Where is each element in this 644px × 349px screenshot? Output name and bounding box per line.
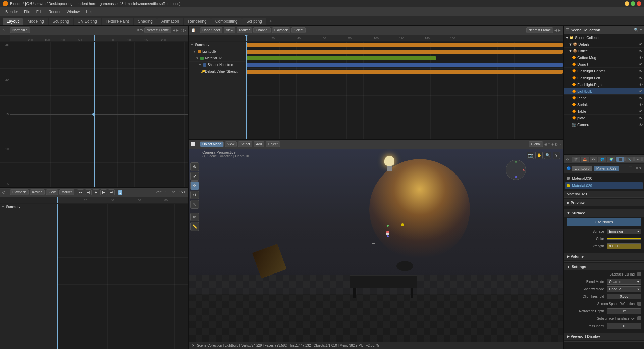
viewport-display-header[interactable]: ▶ Viewport Display bbox=[564, 333, 644, 340]
end-frame[interactable]: 150 bbox=[178, 190, 186, 194]
add-workspace-button[interactable]: + bbox=[267, 17, 275, 25]
ds-playback-btn[interactable]: Playback bbox=[272, 27, 290, 33]
use-nodes-btn[interactable]: Use Nodes bbox=[567, 218, 641, 226]
output-props-icon[interactable]: 📤 bbox=[581, 157, 589, 162]
tab-shading[interactable]: Shading bbox=[134, 18, 157, 25]
outliner-flashlight-left[interactable]: 🔶 Flashlight.Left 👁 bbox=[564, 74, 644, 81]
measure-tool-btn[interactable]: 📏 bbox=[190, 222, 199, 231]
vp-view-btn[interactable]: View bbox=[225, 141, 237, 147]
menu-help[interactable]: Help bbox=[83, 9, 96, 14]
tab-layout[interactable]: Layout bbox=[3, 18, 23, 25]
flashlight-left-eye[interactable]: 👁 bbox=[639, 76, 643, 80]
menu-render[interactable]: Render bbox=[46, 9, 63, 14]
ds-channel-btn[interactable]: Channel bbox=[253, 27, 270, 33]
donut-eye[interactable]: 👁 bbox=[639, 62, 643, 66]
object-name-badge[interactable]: Lightbulb bbox=[572, 166, 592, 171]
tab-compositing[interactable]: Compositing bbox=[211, 18, 242, 25]
pan-btn[interactable]: ✋ bbox=[535, 152, 543, 159]
tab-animation[interactable]: Animation bbox=[157, 18, 183, 25]
outliner-table[interactable]: 🔶 Table 👁 bbox=[564, 108, 644, 115]
dope-sheet-label[interactable]: Dope Sheet bbox=[200, 27, 222, 33]
outliner-lightbulb[interactable]: 🔶 Lightbulb 👁 bbox=[564, 88, 644, 95]
prop-add-icon[interactable]: + bbox=[633, 166, 635, 170]
tab-modeling[interactable]: Modeling bbox=[23, 18, 48, 25]
track-material029[interactable]: ▼ Material.029 bbox=[189, 55, 246, 62]
next-frame-btn[interactable]: ▶ bbox=[100, 189, 107, 195]
outliner-flashlight-center[interactable]: 🔶 Flashlight.Center 👁 bbox=[564, 68, 644, 74]
move-tool-btn[interactable]: ⤢ bbox=[190, 172, 199, 181]
scene-props-icon[interactable]: 🌐 bbox=[598, 157, 606, 162]
transform-tool-btn[interactable]: ✛ bbox=[190, 181, 199, 190]
3d-nav-gizmo[interactable]: X Y Z bbox=[506, 160, 526, 180]
flashlight-center-eye[interactable]: 👁 bbox=[639, 69, 643, 73]
view-layer-props-icon[interactable]: 🗂 bbox=[590, 157, 597, 162]
menu-edit[interactable]: Edit bbox=[34, 9, 45, 14]
menu-window[interactable]: Window bbox=[64, 9, 83, 14]
shadow-mode-select[interactable]: Opaque ▾ bbox=[607, 286, 641, 292]
plane-eye[interactable]: 👁 bbox=[639, 96, 643, 100]
normalize-btn[interactable]: Normalize bbox=[10, 27, 30, 33]
volume-header[interactable]: ▶ Volume bbox=[564, 253, 644, 260]
start-frame[interactable]: 1 bbox=[164, 190, 168, 194]
track-summary[interactable]: ▼ Summary bbox=[189, 42, 246, 48]
outliner-details[interactable]: ▼ 📦 Details 👁 bbox=[564, 41, 644, 48]
screen-space-refraction-toggle[interactable] bbox=[637, 302, 641, 306]
menu-file[interactable]: File bbox=[21, 9, 33, 14]
color-value[interactable] bbox=[607, 238, 641, 240]
object-props-icon[interactable]: ⬛ bbox=[616, 157, 625, 162]
skip-start-btn[interactable]: ⏮ bbox=[77, 189, 84, 195]
help-btn[interactable]: ? bbox=[553, 152, 560, 159]
outliner-office[interactable]: ▼ 📦 Office 👁 bbox=[564, 48, 644, 54]
track-lightbulb[interactable]: ▼ Lightbulb bbox=[189, 48, 246, 55]
close-button[interactable] bbox=[637, 1, 641, 6]
nearest-frame-btn-top[interactable]: Nearest Frame bbox=[144, 27, 171, 33]
ds-marker-btn[interactable]: Marker bbox=[237, 27, 252, 33]
render-props-icon[interactable]: 🎬 bbox=[572, 157, 580, 162]
backface-culling-toggle[interactable] bbox=[637, 272, 641, 276]
world-props-icon[interactable]: 🌍 bbox=[607, 157, 615, 162]
pass-index-input[interactable]: 0 bbox=[607, 323, 641, 329]
graph-area-top[interactable]: 25 20 15 10 5 bbox=[0, 42, 188, 187]
vp-select-btn[interactable]: Select bbox=[238, 141, 252, 147]
outliner-sprinkle[interactable]: 🔶 Sprinkle 👁 bbox=[564, 101, 644, 108]
material-name-badge[interactable]: Material.029 bbox=[594, 166, 620, 171]
outliner-flashlight-right[interactable]: 🔶 Flashlight.Right 👁 bbox=[564, 81, 644, 88]
details-eye[interactable]: 👁 bbox=[639, 42, 643, 46]
tab-scripting[interactable]: Scripting bbox=[242, 18, 266, 25]
tab-texture-paint[interactable]: Texture Paint bbox=[102, 18, 133, 25]
track-timeline-area[interactable] bbox=[57, 204, 188, 349]
outliner-scene-collection[interactable]: ▼ 📁 Scene Collection bbox=[564, 34, 644, 41]
viewport-canvas[interactable]: Camera Perspective (1) Scene Collection … bbox=[189, 149, 563, 342]
minimize-button[interactable] bbox=[625, 1, 629, 6]
cursor-tool-btn[interactable]: ⊕ bbox=[190, 162, 199, 171]
surface-type-select[interactable]: Emission ▾ bbox=[607, 229, 641, 234]
settings-header[interactable]: ▼ Settings bbox=[564, 263, 644, 270]
material-029-item[interactable]: Material.029 bbox=[565, 182, 643, 189]
tab-rendering[interactable]: Rendering bbox=[184, 18, 210, 25]
skip-end-btn[interactable]: ⏭ bbox=[108, 189, 115, 195]
scale-tool-btn[interactable]: ⤡ bbox=[190, 200, 199, 209]
view-btn-bottom[interactable]: View bbox=[46, 189, 58, 195]
track-timeline[interactable] bbox=[246, 42, 563, 139]
outliner-filter-icon[interactable]: ▾ bbox=[640, 28, 642, 32]
strength-value[interactable]: 80.000 bbox=[607, 243, 641, 249]
outliner-plane[interactable]: 🔶 Plane 👁 bbox=[564, 95, 644, 101]
prop-close-icon[interactable]: ✕ bbox=[636, 166, 639, 170]
current-frame-indicator[interactable]: 1 bbox=[118, 190, 123, 195]
outliner-camera[interactable]: 📷 Camera 👁 bbox=[564, 121, 644, 128]
zoom-btn[interactable]: 🔍 bbox=[544, 152, 551, 159]
coffee-mug-eye[interactable]: 👁 bbox=[639, 56, 643, 60]
ds-select-btn[interactable]: Select bbox=[291, 27, 306, 33]
outliner-coffee-mug[interactable]: 🔶 Coffee Mug 👁 bbox=[564, 54, 644, 61]
ds-view-btn[interactable]: View bbox=[224, 27, 236, 33]
rotate-tool-btn[interactable]: ↺ bbox=[190, 191, 199, 199]
tab-sculpting[interactable]: Sculpting bbox=[49, 18, 73, 25]
clip-threshold-input[interactable]: 0.500 bbox=[607, 294, 641, 299]
subsurface-translucency-toggle[interactable] bbox=[637, 316, 641, 320]
particle-props-icon[interactable]: ✦ bbox=[634, 157, 642, 162]
surface-header[interactable]: ▼ Surface bbox=[564, 209, 644, 217]
vp-object-btn[interactable]: Object bbox=[266, 141, 280, 147]
camera-view-btn[interactable]: 📷 bbox=[527, 152, 534, 159]
track-shader-nodetree[interactable]: ▼ Shader Nodetree bbox=[189, 62, 246, 68]
lightbulb-eye[interactable]: 👁 bbox=[639, 89, 643, 93]
